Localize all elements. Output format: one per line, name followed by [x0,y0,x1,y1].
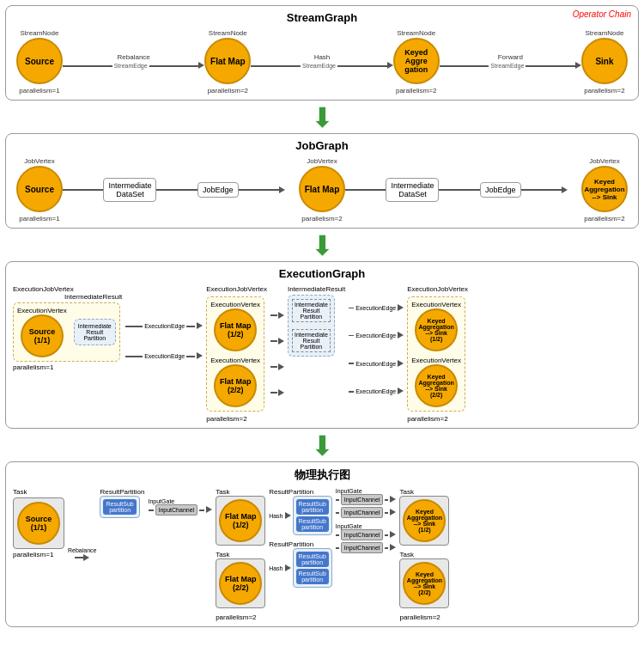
phy-fm-parallelism: parallelism=2 [216,613,265,621]
phy-sink1-task-label: Task [399,488,413,496]
jg-flatmap-node: Flat Map [299,166,345,212]
sg-flatmap-node: Flat Map [204,38,251,84]
phy-ig-sink: InputGate InputChannel InputChannel [336,488,397,621]
exec-irp-label: IntermediateResultPartition [78,323,112,341]
phy-rp3-container: ResultSubpartition ResultSubpartition [293,548,332,588]
phy-ig2-bot-label: InputGate [336,523,362,529]
sg-arrow-rebalance: Rebalance StreamEdge [63,53,204,70]
phy-rp1: ResultPartition ResultSubpartition [100,488,144,621]
jg-edge1-flow: IntermediateDataSet JobEdge [63,178,299,202]
exec-edges-left: ExecutionEdge ExecutionEdge [125,285,203,371]
operator-chain-label: Operator Chain [573,9,631,19]
sg-rebalance-label: Rebalance [118,53,150,61]
phy-ig3-channels: InputChannel InputChannel [336,529,397,553]
phy-sink1-node: KeyedAggregation--> Sink(1/2) [403,499,446,542]
phy-ic5-row: InputChannel [336,542,397,553]
phy-rp1-container: ResultSubpartition [100,496,139,518]
phy-ic1: InputChannel [155,504,198,516]
exec-edgeR2-label: ExecutionEdge [355,332,396,339]
jg-flatmap-type: JobVertex [307,157,337,165]
sg-forward-line: StreamEdge [440,61,581,70]
sg-arrow-hash: Hash StreamEdge [251,53,392,70]
phy-ig2-bot: InputGate InputChannel InputChannel [336,523,397,553]
exec-edge2: ExecutionEdge [125,351,203,361]
phy-ig2-channels: InputChannel InputChannel [336,494,397,518]
exec-middle-parallelism: parallelism=2 [206,415,246,423]
exec-middle-box: ExecutionVertex Flat Map(1/2) ExecutionV… [206,296,264,412]
sg-flatmap-parallelism: parallelism=2 [208,87,248,95]
phy-source-parallelism: parallelism=1 [13,551,53,558]
jobgraph-flow: JobVertex Source parallelism=1 Intermedi… [13,157,631,223]
phy-rs2-2: ResultSubpartition [296,516,329,532]
streamgraph-title: StreamGraph [13,11,631,24]
exec-fm1-ev: ExecutionVertex [210,301,260,308]
phy-sink2-task: Task KeyedAggregation--> Sink(2/2) [399,551,449,608]
sg-keyed-parallelism: parallelism=2 [396,87,436,95]
phy-ig1-label: InputGate [149,498,175,504]
exec-sink2-ev: ExecutionVertex [411,357,461,364]
phy-ic1-row: InputChannel [149,504,213,516]
exec-edgeR4-label: ExecutionEdge [355,388,396,394]
phy-ig2-top: InputGate InputChannel InputChannel [336,488,397,518]
phy-fm2-node: Flat Map(2/2) [219,562,262,605]
jg-jobedge2: JobEdge [480,182,521,198]
sg-flatmap-col: StreamNode Flat Map parallelism=2 [204,29,251,95]
phy-sink2-node: KeyedAggregation--> Sink(2/2) [403,562,446,605]
exec-fm1-node: Flat Map(1/2) [214,308,257,351]
jg-intermediate1: IntermediateDataSet [103,178,156,202]
jobgraph-title: JobGraph [13,139,631,152]
phy-fm1-task: Task Flat Map(1/2) [216,488,265,546]
exec-left: ExecutionJobVertex IntermediateResult Ex… [13,285,122,371]
phy-sink2-box: KeyedAggregation--> Sink(2/2) [399,558,449,608]
phy-ig1-channels: InputChannel [149,504,213,516]
jg-keyed-type: JobVertex [589,157,620,165]
phy-sink-parallelism: parallelism=2 [399,613,449,621]
sg-sink-type: StreamNode [586,29,624,37]
sg-rebalance-line: StreamEdge [63,61,204,70]
sg-hash-line: StreamEdge [251,61,392,70]
exec-ev-label: ExecutionVertex [17,307,67,314]
phy-rp2-container: ResultSubpartition ResultSubpartition [293,496,332,535]
exec-source-node: Source(1/1) [21,314,64,357]
phy-ic3-row: InputChannel [336,507,397,518]
phy-hash1-label: Hash [269,513,283,519]
streamgraph-flow: StreamNode Source parallelism=1 Rebalanc… [13,29,631,95]
exec-edgeM4 [270,388,284,398]
jg-source-type: JobVertex [24,157,55,165]
exec-fm2-node: Flat Map(2/2) [214,364,257,407]
jg-edge1: IntermediateDataSet JobEdge [63,178,299,202]
exec-right-parallelism: parallelism=2 [407,415,447,423]
phy-sink1-task: Task KeyedAggregation--> Sink(1/2) [399,488,449,546]
jg-flatmap-col: JobVertex Flat Map parallelism=2 [299,157,345,223]
main-container: StreamGraph Operator Chain StreamNode So… [0,0,644,636]
phy-rebalance-arrow: Rebalance [68,488,96,621]
jg-keyed-parallelism: parallelism=2 [584,215,624,223]
exec-sink2-node: KeyedAggregation--> Sink(2/2) [415,364,458,407]
exec-edgeR2: ExecutionEdge [349,331,404,340]
exec-edges-right: ExecutionEdge ExecutionEdge ExecutionEdg… [349,285,404,406]
phy-hash2-label: Hash [269,565,283,571]
exec-edgeR3-label: ExecutionEdge [355,361,396,367]
phy-fm2-task: Task Flat Map(2/2) [216,551,265,608]
jg-source-col: JobVertex Source parallelism=1 [16,157,63,223]
jobgraph-section: JobGraph JobVertex Source parallelism=1 … [5,133,639,229]
phy-rp2-top: ResultPartition Hash ResultSubpartition … [269,488,332,535]
phy-ic2: InputChannel [341,494,384,505]
arrow-down-1: ⬇ [5,104,639,131]
phy-rs3-2: ResultSubpartition [296,569,329,584]
exec-fm2-col: ExecutionVertex Flat Map(2/2) [210,357,260,407]
executiongraph-title: ExecutionGraph [13,267,631,280]
phy-rp2-bot: ResultPartition Hash ResultSubpartition … [269,540,332,588]
sg-flatmap-type: StreamNode [209,29,247,37]
exec-source-box: ExecutionVertex Source(1/1) Intermediate… [13,302,120,362]
phy-ic4-row: InputChannel [336,529,397,540]
phy-fm1-node: Flat Map(1/2) [219,499,262,542]
phy-ic3: InputChannel [341,507,384,518]
phy-layout: Task Source(1/1) parallelism=1 Rebalance [13,488,631,621]
phy-rs2-1: ResultSubpartition [296,499,329,515]
exec-ejv-label: ExecutionJobVertex [13,285,74,293]
exec-edgeR3: ExecutionEdge [349,359,404,369]
exec-ir-mid: IntermediateResult IntermediateResultPar… [288,285,345,357]
exec-fm1-col: ExecutionVertex Flat Map(1/2) [210,301,260,351]
phy-fm2-box: Flat Map(2/2) [216,558,265,608]
